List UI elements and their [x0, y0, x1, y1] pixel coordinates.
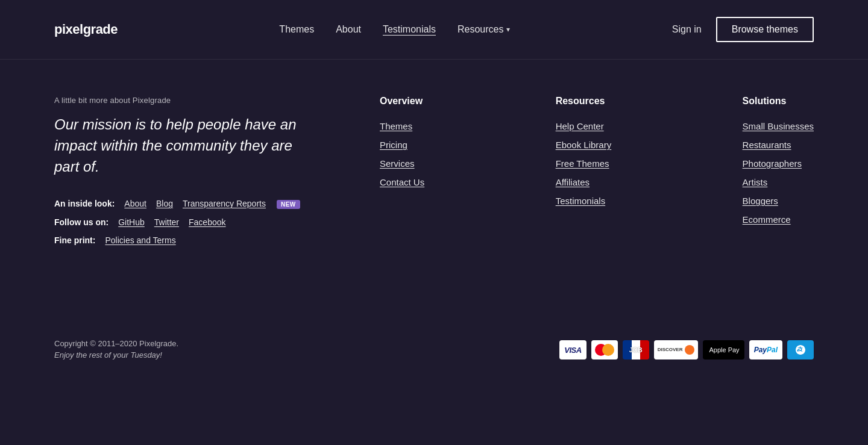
visa-icon: VISA: [559, 340, 586, 359]
blog-link[interactable]: Blog: [156, 199, 173, 208]
browse-themes-button[interactable]: Browse themes: [716, 17, 814, 42]
inside-look-label: An inside look:: [54, 199, 115, 208]
footer-col-resources: Resources Help Center Ebook Library Free…: [556, 96, 612, 254]
solutions-artists[interactable]: Artists: [743, 177, 814, 187]
solutions-small-businesses[interactable]: Small Businesses: [743, 121, 814, 131]
copyright-block: Copyright © 2011–2020 Pixelgrade. Enjoy …: [54, 338, 178, 359]
main-nav: Themes About Testimonials Resources ▾: [279, 24, 510, 35]
policies-link[interactable]: Policies and Terms: [105, 235, 175, 245]
mastercard-icon: [591, 340, 618, 359]
twitter-link[interactable]: Twitter: [154, 217, 179, 227]
fine-print-label: Fine print:: [54, 235, 95, 245]
header: pixelgrade Themes About Testimonials Res…: [0, 0, 868, 60]
resources-title: Resources: [556, 96, 612, 107]
footer-col-overview: Overview Themes Pricing Services Contact…: [380, 96, 424, 254]
solutions-bloggers[interactable]: Bloggers: [743, 196, 814, 206]
transparency-reports-link[interactable]: Transparency Reports: [183, 199, 266, 208]
facebook-link[interactable]: Facebook: [189, 217, 225, 227]
alipay-icon: [787, 340, 814, 359]
paypal-icon: PayPal: [749, 340, 782, 359]
resources-help-center[interactable]: Help Center: [556, 121, 612, 131]
bottom-bar: Copyright © 2011–2020 Pixelgrade. Enjoy …: [0, 338, 868, 359]
solutions-ecommerce[interactable]: Ecommerce: [743, 214, 814, 225]
fine-print-row: Fine print: Policies and Terms: [54, 235, 344, 245]
footer-columns: Overview Themes Pricing Services Contact…: [344, 96, 814, 254]
new-badge: NEW: [277, 200, 300, 209]
nav-resources-label[interactable]: Resources: [458, 24, 503, 35]
tagline: Enjoy the rest of your Tuesday!: [54, 350, 178, 359]
discover-icon: DISCOVER: [654, 340, 699, 359]
resources-free-themes[interactable]: Free Themes: [556, 158, 612, 169]
about-label: A little bit more about Pixelgrade: [54, 96, 344, 105]
overview-contact[interactable]: Contact Us: [380, 177, 424, 187]
nav-about[interactable]: About: [336, 24, 361, 35]
overview-title: Overview: [380, 96, 424, 107]
solutions-restaurants[interactable]: Restaurants: [743, 140, 814, 150]
resources-ebook-library[interactable]: Ebook Library: [556, 140, 612, 150]
applepay-icon: Apple Pay: [703, 340, 744, 359]
footer-left: A little bit more about Pixelgrade Our m…: [54, 96, 344, 254]
resources-affiliates[interactable]: Affiliates: [556, 177, 612, 187]
follow-row: Follow us on: GitHub Twitter Facebook: [54, 217, 344, 227]
github-link[interactable]: GitHub: [118, 217, 145, 227]
header-actions: Sign in Browse themes: [672, 17, 814, 42]
sign-in-button[interactable]: Sign in: [672, 24, 702, 35]
main-content: A little bit more about Pixelgrade Our m…: [0, 60, 868, 302]
resources-testimonials[interactable]: Testimonials: [556, 196, 612, 206]
overview-themes[interactable]: Themes: [380, 121, 424, 131]
logo[interactable]: pixelgrade: [54, 22, 118, 37]
copyright-text: Copyright © 2011–2020 Pixelgrade.: [54, 338, 178, 350]
nav-themes[interactable]: Themes: [279, 24, 314, 35]
nav-testimonials[interactable]: Testimonials: [383, 24, 436, 35]
solutions-photographers[interactable]: Photographers: [743, 158, 814, 169]
footer-col-solutions: Solutions Small Businesses Restaurants P…: [743, 96, 814, 254]
overview-services[interactable]: Services: [380, 158, 424, 169]
jcb-icon: JCB: [623, 340, 649, 359]
inside-look-row: An inside look: About Blog Transparency …: [54, 199, 344, 209]
chevron-down-icon: ▾: [506, 25, 510, 34]
about-link[interactable]: About: [124, 199, 146, 208]
follow-label: Follow us on:: [54, 217, 108, 227]
nav-resources[interactable]: Resources ▾: [458, 24, 510, 35]
mission-text: Our mission is to help people have an im…: [54, 114, 307, 177]
solutions-title: Solutions: [743, 96, 814, 107]
payment-icons: VISA JCB DISCOVER Apple Pay PayPal: [559, 340, 814, 359]
footer-content: A little bit more about Pixelgrade Our m…: [54, 96, 814, 254]
overview-pricing[interactable]: Pricing: [380, 140, 424, 150]
